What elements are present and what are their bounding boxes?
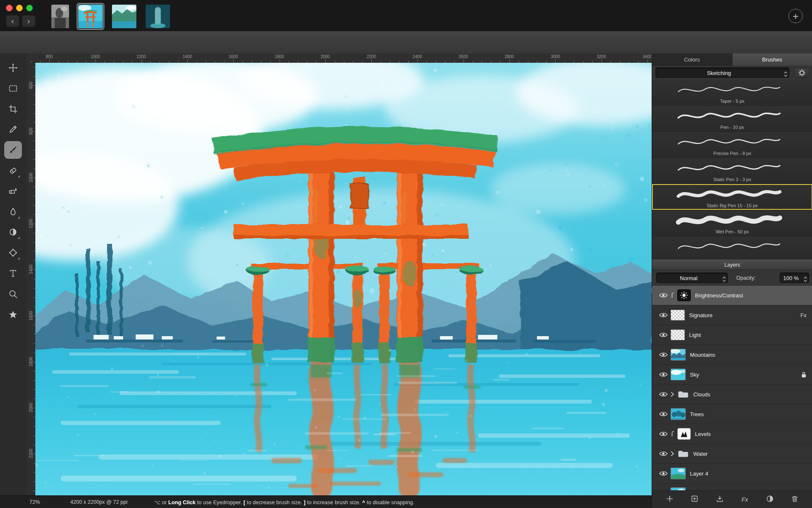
layer-row-water[interactable]: Water bbox=[652, 444, 812, 464]
layer-row-trees[interactable]: Trees bbox=[652, 404, 812, 424]
layer-row-light[interactable]: Light bbox=[652, 325, 812, 345]
layer-blend-dropdown[interactable]: Normal bbox=[656, 273, 728, 283]
canvas[interactable] bbox=[35, 63, 652, 495]
layer-row-levels[interactable]: Levels bbox=[652, 424, 812, 444]
flood-erase-tool[interactable] bbox=[4, 182, 22, 200]
add-layer-button[interactable] bbox=[664, 494, 676, 505]
brush-item-wet-pen-50-px[interactable]: Wet Pen - 50 px bbox=[652, 210, 812, 236]
layer-thumbnail[interactable] bbox=[671, 349, 686, 361]
layer-name[interactable]: Sky bbox=[690, 372, 699, 378]
layer-thumbnail[interactable] bbox=[671, 329, 685, 340]
layer-thumbnail[interactable] bbox=[671, 310, 685, 321]
merge-layer-button[interactable] bbox=[714, 494, 726, 505]
layer-thumbnail[interactable] bbox=[677, 449, 689, 458]
paint-brush-tool[interactable] bbox=[4, 141, 22, 159]
brush-name: Pen - 10 px bbox=[652, 125, 812, 130]
layer-name[interactable]: Trees bbox=[690, 411, 704, 417]
layer-name[interactable]: Levels bbox=[695, 431, 711, 437]
minimize-window-button[interactable] bbox=[16, 5, 23, 11]
layer-name[interactable]: Layer 4 bbox=[690, 471, 708, 477]
layer-thumbnail[interactable] bbox=[677, 428, 691, 440]
layer-effects-button[interactable]: Fx bbox=[739, 494, 751, 505]
layer-visibility-toggle[interactable] bbox=[658, 312, 669, 318]
brush-item[interactable] bbox=[652, 236, 812, 259]
layer-thumbnail[interactable] bbox=[671, 468, 686, 479]
zoom-window-button[interactable] bbox=[26, 5, 33, 11]
layer-name[interactable]: Light bbox=[689, 332, 701, 338]
layer-thumbnail[interactable] bbox=[671, 408, 686, 420]
layer-name[interactable]: Mountains bbox=[690, 352, 715, 358]
layer-fx-badge[interactable]: Fx bbox=[801, 312, 807, 318]
text-tool[interactable] bbox=[4, 265, 22, 282]
layer-visibility-toggle[interactable] bbox=[658, 391, 669, 397]
vertical-ruler[interactable]: 6008001000120014001600180020002200 bbox=[26, 63, 36, 495]
tab-colors[interactable]: Colors bbox=[652, 53, 732, 66]
layer-lock[interactable] bbox=[801, 371, 807, 378]
layer-thumbnail[interactable] bbox=[671, 487, 686, 490]
clip-indicator bbox=[669, 292, 676, 299]
brush-settings-button[interactable] bbox=[794, 67, 810, 78]
delete-layer-button[interactable] bbox=[789, 494, 801, 505]
brush-item-taper-5-px[interactable]: Taper - 5 px bbox=[652, 80, 812, 106]
new-pixel-layer-button[interactable] bbox=[689, 494, 700, 505]
close-window-button[interactable] bbox=[6, 5, 13, 11]
zoom-tool[interactable] bbox=[4, 285, 22, 303]
right-panel: Colors Brushes Sketching Taper - 5 pxPen… bbox=[652, 53, 812, 508]
erase-brush-tool[interactable] bbox=[4, 162, 22, 179]
tab-brushes[interactable]: Brushes bbox=[732, 53, 812, 66]
horizontal-ruler[interactable]: 8001000120014001600180020002200240026002… bbox=[26, 53, 652, 63]
star-tool[interactable] bbox=[4, 306, 22, 324]
folder-expand-toggle[interactable] bbox=[669, 391, 676, 397]
brush-item-static-big-pen-15-15-px[interactable]: Static Big Pen 15 - 15 px bbox=[652, 184, 812, 210]
adjustments-button[interactable] bbox=[764, 494, 776, 505]
layer-row-brightness-contrast[interactable]: Brightness/Contrast bbox=[652, 286, 812, 305]
pixel-tool[interactable] bbox=[4, 120, 22, 138]
crop-tool[interactable] bbox=[4, 100, 22, 118]
layer-visibility-toggle[interactable] bbox=[658, 411, 669, 417]
layer-row-layer-4[interactable]: Layer 4 bbox=[652, 464, 812, 484]
ruler-tick-major bbox=[647, 59, 648, 63]
brush-item-pen-10-px[interactable]: Pen - 10 px bbox=[652, 106, 812, 132]
mesh-warp-tool[interactable] bbox=[4, 244, 22, 262]
document-thumb-portrait[interactable] bbox=[50, 3, 71, 30]
layer-row-clouds[interactable]: Clouds bbox=[652, 385, 812, 404]
layer-visibility-toggle[interactable] bbox=[658, 471, 669, 476]
square-plus-icon bbox=[691, 495, 698, 504]
layer-opacity-field[interactable]: 100 % bbox=[780, 273, 809, 283]
folder-expand-toggle[interactable] bbox=[669, 451, 676, 457]
brush-item-precise-pen-8-px[interactable]: Precise Pen - 8 px bbox=[652, 132, 812, 158]
brush-item-static-pen-3-3-px[interactable]: Static Pen 3 - 3 px bbox=[652, 158, 812, 184]
ruler-label: 1200 bbox=[28, 217, 34, 230]
layer-name[interactable]: Brightness/Contrast bbox=[695, 292, 743, 299]
status-bar: 72% 4200 x 2200px @ 72 ppi ⌥ or Long Cli… bbox=[0, 495, 652, 508]
layer-visibility-toggle[interactable] bbox=[658, 352, 669, 358]
document-thumb-torii[interactable] bbox=[77, 3, 104, 30]
visibility-eye-icon bbox=[659, 431, 668, 437]
layer-row[interactable] bbox=[652, 484, 812, 490]
brush-category-dropdown[interactable]: Sketching bbox=[655, 67, 789, 78]
layer-visibility-toggle[interactable] bbox=[658, 372, 669, 377]
document-thumb-waterfall[interactable] bbox=[144, 3, 172, 30]
layer-visibility-toggle[interactable] bbox=[658, 431, 669, 437]
layer-name[interactable]: Clouds bbox=[693, 391, 710, 398]
zoom-level[interactable]: 72% bbox=[29, 499, 40, 505]
layer-visibility-toggle[interactable] bbox=[658, 332, 669, 338]
layer-row-signature[interactable]: SignatureFx bbox=[652, 305, 812, 325]
dodge-burn-tool[interactable] bbox=[4, 223, 22, 241]
blur-tool[interactable] bbox=[4, 203, 22, 221]
new-document-button[interactable]: + bbox=[788, 9, 803, 23]
move-tool[interactable] bbox=[4, 59, 22, 77]
layer-name[interactable]: Water bbox=[693, 451, 708, 457]
layer-row-sky[interactable]: Sky bbox=[652, 365, 812, 385]
document-thumb-landscape[interactable] bbox=[110, 3, 138, 30]
layer-thumbnail[interactable] bbox=[677, 390, 689, 399]
layer-thumbnail[interactable] bbox=[677, 289, 691, 301]
marquee-select-tool[interactable] bbox=[4, 80, 22, 97]
layer-name[interactable]: Signature bbox=[689, 312, 713, 318]
layer-visibility-toggle[interactable] bbox=[658, 292, 669, 298]
layer-row-mountains[interactable]: Mountains bbox=[652, 345, 812, 365]
layer-thumbnail[interactable] bbox=[671, 369, 686, 380]
layer-visibility-toggle[interactable] bbox=[658, 451, 669, 457]
forward-button[interactable]: › bbox=[22, 15, 35, 27]
back-button[interactable]: ‹ bbox=[6, 15, 19, 27]
